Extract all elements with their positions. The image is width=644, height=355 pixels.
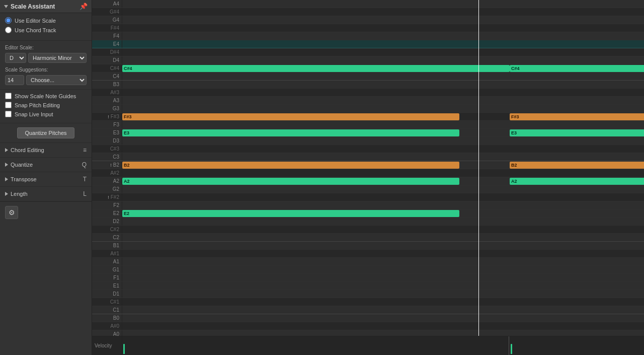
- snap-pitch-checkbox[interactable]: [5, 102, 12, 108]
- note-lane-A2[interactable]: A2A2: [122, 177, 644, 185]
- note-row-Gs4[interactable]: G#4: [92, 8, 644, 16]
- note-lane-E1[interactable]: [122, 282, 644, 290]
- note-row-As1[interactable]: A#1: [92, 250, 644, 258]
- chord-editing-header[interactable]: Chord Editing ≡: [0, 143, 92, 157]
- midi-note-E2-0[interactable]: E2: [122, 210, 459, 217]
- midi-note-B2-770[interactable]: B2: [510, 162, 644, 169]
- note-lane-Fs2[interactable]: [122, 193, 644, 201]
- note-row-G1[interactable]: G1: [92, 266, 644, 274]
- note-row-D1[interactable]: D1: [92, 290, 644, 298]
- snap-live-checkbox[interactable]: [5, 111, 12, 117]
- note-row-F1[interactable]: F1: [92, 274, 644, 282]
- note-row-G4[interactable]: G4: [92, 16, 644, 24]
- note-row-D3[interactable]: D3: [92, 137, 644, 145]
- note-row-B0[interactable]: B0: [92, 314, 644, 322]
- quantize-pitches-button[interactable]: Quantize Pitches: [17, 127, 74, 138]
- note-row-A0[interactable]: A0: [92, 330, 644, 336]
- panel-header[interactable]: Scale Assistant 📌: [0, 0, 92, 13]
- note-lane-G2[interactable]: [122, 185, 644, 193]
- note-grid[interactable]: A4G#4G4F#4F4E4D#4D4C#4C#4C#4C4B3A#3A3G3F…: [92, 0, 644, 336]
- pin-icon[interactable]: 📌: [79, 3, 88, 10]
- midi-note-Cs4-0[interactable]: C#4: [122, 65, 510, 72]
- suggestions-choose-select[interactable]: Choose...: [26, 75, 87, 85]
- note-row-C1[interactable]: C1: [92, 306, 644, 314]
- note-lane-Gs4[interactable]: [122, 8, 644, 16]
- snap-pitch-checkbox-row[interactable]: Snap Pitch Editing: [5, 102, 87, 108]
- note-row-Ds4[interactable]: D#4: [92, 48, 644, 56]
- note-row-Cs3[interactable]: C#3: [92, 145, 644, 153]
- scale-note-select[interactable]: CC#DD# EFF#G G#AA#B: [5, 53, 26, 63]
- note-row-E4[interactable]: E4: [92, 40, 644, 48]
- note-lane-Cs1[interactable]: [122, 298, 644, 306]
- note-row-E3[interactable]: E3E3E3: [92, 129, 644, 137]
- length-header[interactable]: Length L: [0, 187, 92, 201]
- note-lane-G3[interactable]: [122, 105, 644, 112]
- note-lane-D2[interactable]: [122, 218, 644, 225]
- note-lane-E4[interactable]: [122, 40, 644, 48]
- show-scale-notes-checkbox[interactable]: [5, 93, 12, 99]
- note-lane-F2[interactable]: [122, 201, 644, 209]
- note-lane-Cs4[interactable]: C#4C#4: [122, 64, 644, 72]
- note-row-A3[interactable]: A3: [92, 97, 644, 105]
- midi-note-Cs4-770[interactable]: C#4: [510, 65, 644, 72]
- note-lane-C2[interactable]: [122, 234, 644, 241]
- use-chord-track-radio[interactable]: Use Chord Track: [5, 27, 87, 33]
- note-lane-C1[interactable]: [122, 306, 644, 314]
- note-lane-E3[interactable]: E3E3: [122, 129, 644, 136]
- note-lane-F1[interactable]: [122, 274, 644, 281]
- note-row-E2[interactable]: E2E2: [92, 209, 644, 218]
- note-lane-Ds4[interactable]: [122, 48, 644, 56]
- note-row-D2[interactable]: D2: [92, 218, 644, 226]
- note-row-C2[interactable]: C2: [92, 234, 644, 242]
- note-row-B1[interactable]: B1: [92, 242, 644, 250]
- note-row-As3[interactable]: A#3: [92, 89, 644, 97]
- use-editor-scale-input[interactable]: [5, 17, 12, 24]
- piano-roll-container[interactable]: A4G#4G4F#4F4E4D#4D4C#4C#4C#4C4B3A#3A3G3F…: [92, 0, 644, 336]
- note-row-Cs4[interactable]: C#4C#4C#4: [92, 64, 644, 73]
- note-row-C3[interactable]: C3: [92, 153, 644, 161]
- note-lane-A1[interactable]: [122, 258, 644, 265]
- use-editor-scale-radio[interactable]: Use Editor Scale: [5, 17, 87, 24]
- note-row-Fs3[interactable]: F#3F#3F#3: [92, 113, 644, 121]
- note-lane-B3[interactable]: [122, 81, 644, 88]
- snap-live-checkbox-row[interactable]: Snap Live Input: [5, 111, 87, 117]
- note-row-G3[interactable]: G3: [92, 105, 644, 113]
- note-row-E1[interactable]: E1: [92, 282, 644, 290]
- note-lane-As3[interactable]: [122, 89, 644, 96]
- note-lane-G4[interactable]: [122, 16, 644, 24]
- show-scale-notes-checkbox-row[interactable]: Show Scale Note Guides: [5, 93, 87, 99]
- note-lane-F3[interactable]: [122, 121, 644, 128]
- note-row-Cs2[interactable]: C#2: [92, 226, 644, 234]
- note-row-As2[interactable]: A#2: [92, 169, 644, 177]
- note-row-B3[interactable]: B3: [92, 81, 644, 89]
- midi-note-E3-770[interactable]: E3: [510, 129, 644, 136]
- note-lane-As1[interactable]: [122, 250, 644, 257]
- note-row-Cs1[interactable]: C#1: [92, 298, 644, 306]
- note-row-A4[interactable]: A4: [92, 0, 644, 8]
- midi-note-Fs3-770[interactable]: F#3: [510, 113, 644, 120]
- note-lane-As2[interactable]: [122, 169, 644, 177]
- note-row-C4[interactable]: C4: [92, 73, 644, 81]
- note-row-A1[interactable]: A1: [92, 258, 644, 266]
- note-row-G2[interactable]: G2: [92, 185, 644, 193]
- note-lane-E2[interactable]: E2: [122, 209, 644, 217]
- note-lane-Fs3[interactable]: F#3F#3: [122, 113, 644, 120]
- midi-note-A2-0[interactable]: A2: [122, 178, 459, 185]
- note-lane-G1[interactable]: [122, 266, 644, 273]
- suggestions-count[interactable]: [5, 75, 24, 85]
- note-lane-D1[interactable]: [122, 290, 644, 298]
- note-lane-C3[interactable]: [122, 153, 644, 161]
- midi-note-A2-770[interactable]: A2: [510, 178, 644, 185]
- note-lane-F4[interactable]: [122, 32, 644, 40]
- note-row-F4[interactable]: F4: [92, 32, 644, 40]
- note-lane-D4[interactable]: [122, 56, 644, 64]
- scale-type-select[interactable]: Major Minor Harmonic Minor Melodic Minor…: [28, 53, 87, 63]
- note-row-B2[interactable]: B2B2B2: [92, 161, 644, 169]
- note-lane-C4[interactable]: [122, 73, 644, 80]
- note-lane-B0[interactable]: [122, 314, 644, 322]
- note-row-As0[interactable]: A#0: [92, 322, 644, 330]
- note-row-Fs2[interactable]: F#2: [92, 193, 644, 201]
- note-row-Fs4[interactable]: F#4: [92, 24, 644, 32]
- transpose-header[interactable]: Transpose T: [0, 172, 92, 186]
- note-row-F3[interactable]: F3: [92, 121, 644, 129]
